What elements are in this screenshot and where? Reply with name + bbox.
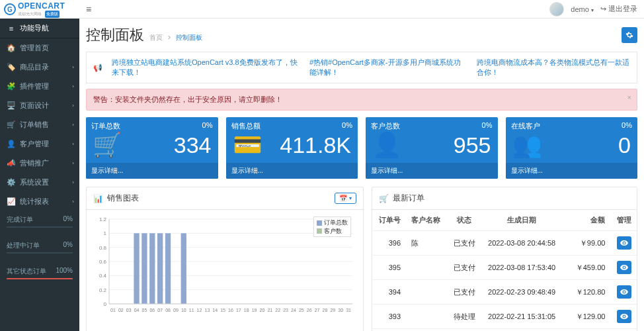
stat-tile-1: 销售总额0% 💳411.8K 显示详细... [226, 117, 358, 179]
cell-cust: 陈 [406, 231, 448, 256]
view-order-button[interactable] [617, 261, 631, 274]
col-amount: 金额 [563, 210, 611, 231]
brand-tag: 免费版 [45, 11, 60, 18]
news-link-2[interactable]: #热销#OpenCart多商家-开源多用户商城系统功能详解！ [309, 58, 467, 77]
tile-icon: 🛒 [93, 131, 122, 159]
sidebar-toggle-button[interactable]: ≡ [86, 4, 91, 15]
svg-text:26: 26 [307, 308, 312, 312]
sidebar-item-5[interactable]: 👤客户管理› [0, 134, 79, 154]
chart-date-picker[interactable]: 📅▾ [335, 193, 356, 204]
sidebar-item-4[interactable]: 🛒订单销售› [0, 115, 79, 134]
brand: G OPENCART 成都光大网络 · 免费版 [0, 0, 79, 19]
svg-text:09: 09 [173, 308, 179, 312]
sidebar-item-label: 商品目录 [20, 62, 49, 72]
tile-more-link[interactable]: 显示详细... [86, 163, 218, 179]
user-menu[interactable]: demo ▾ [571, 5, 594, 13]
page-title: 控制面板 [86, 25, 144, 45]
svg-text:12: 12 [197, 308, 202, 312]
svg-text:19: 19 [252, 308, 257, 312]
sidebar-item-6[interactable]: 📣营销推广› [0, 154, 79, 173]
breadcrumb-sep: › [168, 32, 171, 42]
svg-text:03: 03 [126, 308, 132, 312]
tile-more-link[interactable]: 显示详细... [226, 163, 358, 179]
sidebar-item-label: 客户管理 [20, 139, 49, 149]
svg-text:1.2: 1.2 [99, 216, 107, 222]
warning-alert: 警告：安装文件夹仍然存在，出于安全原因，请立即删除！ × [86, 89, 637, 111]
breadcrumb-home[interactable]: 首页 [149, 33, 163, 42]
brand-text: OPENCART [18, 1, 65, 11]
sidebar-item-7[interactable]: ⚙️系统设置› [0, 173, 79, 192]
cell-amount: ￥129.00 [563, 305, 611, 329]
bullhorn-icon: 📢 [93, 64, 102, 72]
col-date: 生成日期 [481, 210, 563, 231]
svg-text:25: 25 [299, 308, 304, 312]
gear-icon [625, 31, 633, 39]
svg-text:20: 20 [260, 308, 265, 312]
chevron-right-icon: › [72, 64, 74, 70]
svg-text:15: 15 [220, 308, 225, 312]
svg-text:14: 14 [212, 308, 218, 312]
sidebar-item-3[interactable]: 🖥️页面设计› [0, 96, 79, 115]
news-notice: 📢 跨境独立站电商建站系统OpenCart v3.8免费版发布了，快来下载！ #… [86, 52, 637, 83]
svg-rect-47 [149, 233, 155, 304]
settings-button[interactable] [622, 27, 637, 43]
stat-tile-2: 客户总数0% 👤955 显示详细... [366, 117, 498, 179]
tile-more-link[interactable]: 显示详细... [366, 163, 498, 179]
svg-text:21: 21 [267, 308, 272, 312]
svg-text:17: 17 [236, 308, 241, 312]
svg-text:07: 07 [157, 308, 163, 312]
sidebar-item-8[interactable]: 📈统计报表› [0, 192, 79, 211]
caret-down-icon: ▾ [349, 195, 352, 201]
svg-rect-50 [181, 233, 186, 304]
sidebar-item-label: 插件管理 [20, 81, 49, 91]
menu-icon: ≡ [7, 24, 16, 32]
tile-pct: 0% [622, 121, 632, 131]
orders-table: 订单号 客户名称 状态 生成日期 金额 管理 396 陈 已支付 2022-03… [372, 210, 637, 331]
svg-text:0.8: 0.8 [99, 245, 107, 251]
chevron-right-icon: › [72, 122, 74, 128]
tile-icon: 👥 [512, 131, 542, 159]
cell-cust [406, 256, 448, 280]
chevron-right-icon: › [72, 199, 74, 205]
svg-text:08: 08 [165, 308, 171, 312]
nav-list: 🏠管理首页🏷️商品目录›🧩插件管理›🖥️页面设计›🛒订单销售›👤客户管理›📣营销… [0, 38, 79, 211]
breadcrumb-current[interactable]: 控制面板 [176, 33, 202, 42]
sidebar-item-0[interactable]: 🏠管理首页 [0, 38, 79, 58]
nav-icon: 🏷️ [7, 63, 16, 71]
cell-id: 396 [372, 231, 406, 256]
view-order-button[interactable] [617, 285, 631, 299]
tile-value: 411.8K [280, 132, 351, 158]
table-row: 392 已支付 2022-02-18 17:46:36 ￥1,999.00 [372, 329, 637, 332]
svg-text:30: 30 [338, 308, 343, 312]
tile-more-link[interactable]: 显示详细... [506, 163, 638, 179]
cell-date: 2022-03-08 20:44:58 [481, 231, 563, 256]
view-order-button[interactable] [617, 310, 631, 323]
sidebar-item-1[interactable]: 🏷️商品目录› [0, 58, 79, 77]
svg-text:04: 04 [134, 308, 140, 312]
tile-label: 销售总额 [231, 121, 261, 131]
svg-text:0.4: 0.4 [99, 273, 107, 279]
cell-date: 2022-02-23 09:48:49 [481, 280, 563, 305]
col-manage: 管理 [610, 210, 637, 231]
svg-text:13: 13 [204, 308, 210, 312]
news-link-1[interactable]: 跨境独立站电商建站系统OpenCart v3.8免费版发布了，快来下载！ [112, 58, 300, 77]
chart-icon: 📊 [93, 194, 103, 203]
tile-icon: 👤 [372, 131, 402, 159]
news-link-3[interactable]: 跨境电商物流成本高？各类物流模式总有一款适合你！ [477, 58, 630, 77]
sidebar-item-2[interactable]: 🧩插件管理› [0, 77, 79, 96]
nav-header-label: 功能导航 [20, 23, 49, 33]
svg-text:22: 22 [275, 308, 280, 312]
sidebar-item-label: 系统设置 [20, 177, 49, 187]
svg-text:0.6: 0.6 [99, 259, 107, 265]
svg-text:01: 01 [110, 308, 116, 312]
avatar[interactable] [549, 2, 564, 17]
cell-cust [406, 280, 448, 305]
tile-value: 0 [618, 132, 631, 158]
view-order-button[interactable] [617, 236, 631, 250]
alert-close-button[interactable]: × [627, 93, 631, 101]
logout-button[interactable]: ↪ 退出登录 [600, 4, 637, 14]
tile-label: 在线客户 [511, 121, 540, 131]
table-row: 393 待处理 2022-02-21 15:31:05 ￥129.00 [372, 305, 637, 329]
alert-text: 警告：安装文件夹仍然存在，出于安全原因，请立即删除！ [93, 95, 282, 103]
svg-text:05: 05 [142, 308, 147, 312]
